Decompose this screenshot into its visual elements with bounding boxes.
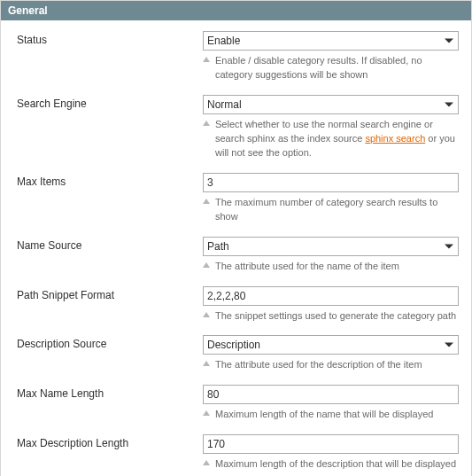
- path-snippet-hint: The snippet settings used to generate th…: [203, 309, 459, 324]
- description-source-hint-text: The attribute used for the description o…: [215, 358, 422, 372]
- status-hint: Enable / disable category results. If di…: [203, 54, 459, 82]
- hint-caret-icon: [203, 121, 210, 126]
- max-name-length-label: Max Name Length: [17, 385, 203, 400]
- panel-body: Status Enable Enable / disable category …: [1, 20, 471, 476]
- general-panel: General Status Enable Enable / disable c…: [0, 0, 472, 476]
- search-engine-label: Search Engine: [17, 95, 203, 110]
- search-engine-hint: Select whether to use the normal search …: [203, 118, 459, 160]
- hint-caret-icon: [203, 312, 210, 317]
- max-name-length-input[interactable]: [203, 385, 459, 404]
- hint-caret-icon: [203, 460, 210, 465]
- max-description-length-label: Max Description Length: [17, 434, 203, 449]
- hint-caret-icon: [203, 199, 210, 204]
- path-snippet-hint-text: The snippet settings used to generate th…: [215, 309, 456, 324]
- search-engine-select[interactable]: Normal: [203, 95, 459, 114]
- max-name-length-hint-text: Maximum length of the name that will be …: [215, 408, 433, 422]
- max-description-length-input[interactable]: [203, 434, 459, 454]
- description-source-select[interactable]: Description: [203, 335, 459, 355]
- max-description-length-hint-text: Maximum length of the description that w…: [215, 457, 456, 472]
- row-max-description-length: Max Description Length Maximum length of…: [17, 434, 459, 472]
- description-source-label: Description Source: [17, 335, 203, 350]
- max-name-length-hint: Maximum length of the name that will be …: [203, 408, 459, 422]
- row-max-items: Max Items The maximum number of category…: [17, 173, 459, 224]
- name-source-hint-text: The attribute used for the name of the i…: [215, 260, 399, 274]
- row-search-engine: Search Engine Normal Select whether to u…: [17, 95, 459, 160]
- status-hint-text: Enable / disable category results. If di…: [215, 54, 459, 82]
- status-label: Status: [17, 31, 203, 46]
- max-items-label: Max Items: [17, 173, 203, 188]
- sphinx-search-link[interactable]: sphinx search: [365, 133, 425, 144]
- path-snippet-input[interactable]: [203, 286, 459, 306]
- description-source-hint: The attribute used for the description o…: [203, 358, 459, 372]
- panel-title: General: [1, 1, 471, 20]
- max-items-input[interactable]: [203, 173, 459, 192]
- status-select[interactable]: Enable: [203, 31, 459, 51]
- row-max-name-length: Max Name Length Maximum length of the na…: [17, 385, 459, 422]
- row-name-source: Name Source Path The attribute used for …: [17, 237, 459, 274]
- hint-caret-icon: [203, 361, 210, 366]
- hint-caret-icon: [203, 57, 210, 62]
- hint-caret-icon: [203, 262, 210, 268]
- name-source-hint: The attribute used for the name of the i…: [203, 260, 459, 274]
- max-description-length-hint: Maximum length of the description that w…: [203, 457, 459, 472]
- row-status: Status Enable Enable / disable category …: [17, 31, 459, 82]
- name-source-select[interactable]: Path: [203, 237, 459, 256]
- hint-caret-icon: [203, 410, 210, 416]
- name-source-label: Name Source: [17, 237, 203, 252]
- row-path-snippet: Path Snippet Format The snippet settings…: [17, 286, 459, 324]
- max-items-hint-text: The maximum number of category search re…: [215, 196, 459, 224]
- path-snippet-label: Path Snippet Format: [17, 286, 203, 301]
- row-description-source: Description Source Description The attri…: [17, 335, 459, 372]
- max-items-hint: The maximum number of category search re…: [203, 196, 459, 224]
- search-engine-hint-text: Select whether to use the normal search …: [215, 118, 459, 160]
